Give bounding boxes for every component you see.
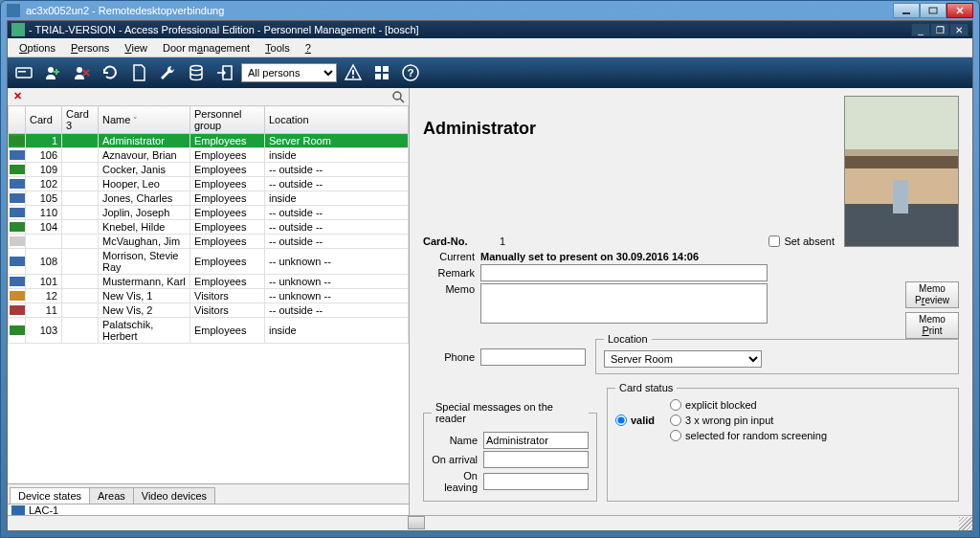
name-label: Name	[432, 435, 483, 446]
left-panel: ✕ CardCard 3NamePersonnel groupLocation …	[8, 88, 410, 515]
table-row[interactable]: 1AdministratorEmployeesServer Room	[9, 134, 409, 148]
device-icon	[11, 505, 25, 515]
person-filter-select[interactable]: All persons	[241, 63, 337, 82]
outer-rdp-window: ac3x0052un2 - Remotedesktopverbindung - …	[0, 0, 980, 538]
device-name: LAC-1	[29, 504, 58, 516]
table-row[interactable]: 108Morrison, Stevie RayEmployees-- unkno…	[9, 249, 409, 275]
memo-print-button[interactable]: MemoPrint	[905, 312, 959, 339]
table-row[interactable]: 104Knebel, HildeEmployees-- outside --	[9, 220, 409, 235]
filter-search-icon[interactable]	[391, 90, 407, 103]
svg-rect-12	[375, 74, 381, 79]
outer-title: ac3x0052un2 - Remotedesktopverbindung	[26, 5, 893, 16]
status-wrongpin-radio[interactable]: 3 x wrong pin input	[670, 415, 827, 426]
col-header[interactable]	[9, 106, 26, 134]
set-absent-checkbox[interactable]: Set absent	[768, 235, 835, 247]
table-row[interactable]: 105Jones, CharlesEmployeesinside	[9, 191, 409, 206]
memo-input[interactable]	[480, 283, 768, 324]
menu-door[interactable]: Door management	[155, 40, 257, 56]
col-header[interactable]: Card	[26, 106, 62, 134]
table-row[interactable]: 12New Vis, 1Visitors-- unknown --	[9, 289, 409, 303]
outer-close-button[interactable]	[947, 3, 973, 18]
delete-person-icon[interactable]	[69, 60, 94, 85]
special-messages-fieldset: Special messages on the reader Name On a…	[423, 401, 597, 502]
table-row[interactable]: 103Palatschik, HerbertEmployeesinside	[9, 318, 409, 344]
col-header[interactable]: Personnel group	[190, 106, 265, 134]
scroll-handle[interactable]	[408, 516, 425, 529]
col-header[interactable]: Card 3	[62, 106, 99, 134]
bottom-tab[interactable]: Areas	[89, 487, 134, 504]
person-photo[interactable]	[844, 96, 959, 247]
menu-view[interactable]: View	[117, 40, 155, 56]
person-table[interactable]: CardCard 3NamePersonnel groupLocation 1A…	[8, 105, 409, 483]
help-icon[interactable]: ?	[398, 60, 423, 85]
filter-clear-icon[interactable]: ✕	[10, 90, 25, 103]
add-person-icon[interactable]	[40, 60, 65, 85]
svg-text:?: ?	[408, 67, 414, 78]
status-screening-radio[interactable]: selected for random screening	[670, 430, 827, 441]
status-valid-radio[interactable]: valid	[615, 415, 655, 426]
phone-input[interactable]	[480, 348, 586, 366]
status-icon	[10, 136, 25, 146]
current-value: Manually set to present on 30.09.2016 14…	[480, 251, 699, 262]
phone-label: Phone	[423, 351, 480, 363]
status-icon	[10, 305, 25, 315]
remark-label: Remark	[423, 267, 480, 279]
inner-restore-button[interactable]: ❐	[930, 23, 949, 36]
table-row[interactable]: 110Joplin, JosephEmployees-- outside --	[9, 206, 409, 220]
location-fieldset: Location Server Room	[595, 333, 959, 374]
status-blocked-radio[interactable]: explicit blocked	[670, 399, 827, 411]
svg-rect-0	[902, 12, 910, 14]
bottom-tab[interactable]: Device states	[10, 487, 90, 504]
inner-titlebar[interactable]: - TRIAL-VERSION - Access Professional Ed…	[8, 21, 972, 38]
table-row[interactable]: 101Mustermann, KarlEmployees-- unknown -…	[9, 275, 409, 289]
status-icon	[10, 325, 25, 335]
table-row[interactable]: 109Cocker, JanisEmployees-- outside --	[9, 163, 409, 177]
warning-icon[interactable]	[341, 60, 366, 85]
resize-grip-icon[interactable]	[959, 517, 972, 530]
grid-icon[interactable]	[369, 60, 394, 85]
memo-label: Memo	[423, 283, 480, 295]
status-icon	[10, 236, 25, 246]
svg-point-4	[48, 67, 54, 73]
database-icon[interactable]	[184, 60, 209, 85]
svg-rect-13	[383, 74, 389, 79]
menu-options[interactable]: Options	[11, 40, 63, 56]
onleaving-label: On leaving	[432, 470, 483, 493]
wrench-icon[interactable]	[155, 60, 180, 85]
outer-maximize-button[interactable]	[920, 3, 947, 18]
cardstatus-fieldset: Card status valid explicit blocked 3 x w…	[607, 382, 959, 502]
onleaving-input[interactable]	[483, 473, 589, 490]
onarrival-input[interactable]	[483, 451, 589, 468]
refresh-icon[interactable]	[98, 60, 122, 85]
outer-minimize-button[interactable]	[893, 3, 920, 18]
device-state-row[interactable]: LAC-1	[8, 504, 409, 515]
table-row[interactable]: 11New Vis, 2Visitors-- outside --	[9, 303, 409, 318]
table-row[interactable]: McVaughan, JimEmployees-- outside --	[9, 235, 409, 249]
menu-help[interactable]: ?	[298, 40, 319, 56]
table-row[interactable]: 106Aznavour, BrianEmployeesinside	[9, 148, 409, 163]
svg-point-5	[77, 67, 82, 73]
memo-preview-button[interactable]: MemoPreview	[905, 281, 959, 308]
inner-close-button[interactable]: ✕	[949, 23, 969, 36]
card-icon[interactable]	[11, 60, 36, 85]
bottom-tab[interactable]: Video devices	[133, 487, 215, 504]
inner-minimize-button[interactable]: _	[911, 23, 930, 36]
bottom-tabs: Device statesAreasVideo devices LAC-1	[8, 483, 409, 515]
col-header[interactable]: Name	[99, 106, 190, 134]
table-row[interactable]: 102Hooper, LeoEmployees-- outside --	[9, 177, 409, 191]
outer-titlebar[interactable]: ac3x0052un2 - Remotedesktopverbindung	[1, 1, 979, 20]
name-input[interactable]	[483, 432, 589, 449]
col-header[interactable]: Location	[265, 106, 409, 134]
menu-tools[interactable]: Tools	[257, 40, 298, 56]
svg-rect-3	[18, 71, 26, 73]
menu-persons[interactable]: Persons	[63, 40, 117, 56]
document-icon[interactable]	[126, 60, 151, 85]
login-icon[interactable]	[212, 60, 237, 85]
status-icon	[10, 257, 25, 266]
svg-rect-2	[16, 68, 32, 78]
detail-title: Administrator	[423, 96, 844, 247]
toolbar: All persons ?	[8, 57, 972, 88]
remark-input[interactable]	[480, 264, 768, 281]
status-icon	[10, 193, 25, 203]
location-select[interactable]: Server Room	[604, 350, 762, 368]
